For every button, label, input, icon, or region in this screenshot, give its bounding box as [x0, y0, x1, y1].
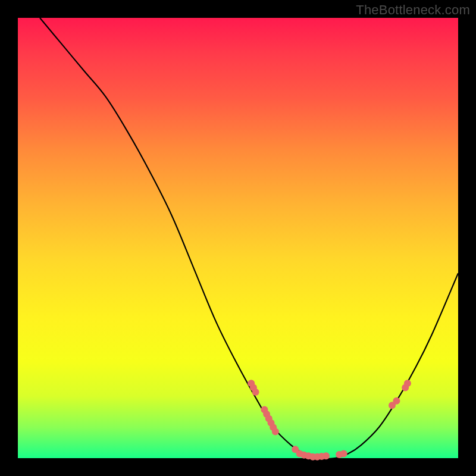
curve-marker: [272, 428, 279, 436]
chart-frame: TheBottleneck.com: [0, 0, 476, 476]
curve-marker: [393, 397, 400, 405]
watermark-text: TheBottleneck.com: [356, 2, 470, 18]
bottleneck-curve: [40, 18, 458, 459]
curve-marker: [252, 389, 259, 396]
chart-svg-overlay: [18, 18, 458, 458]
curve-marker: [404, 380, 411, 387]
curve-marker: [340, 450, 347, 458]
curve-marker: [322, 452, 330, 459]
curve-markers: [248, 380, 411, 461]
